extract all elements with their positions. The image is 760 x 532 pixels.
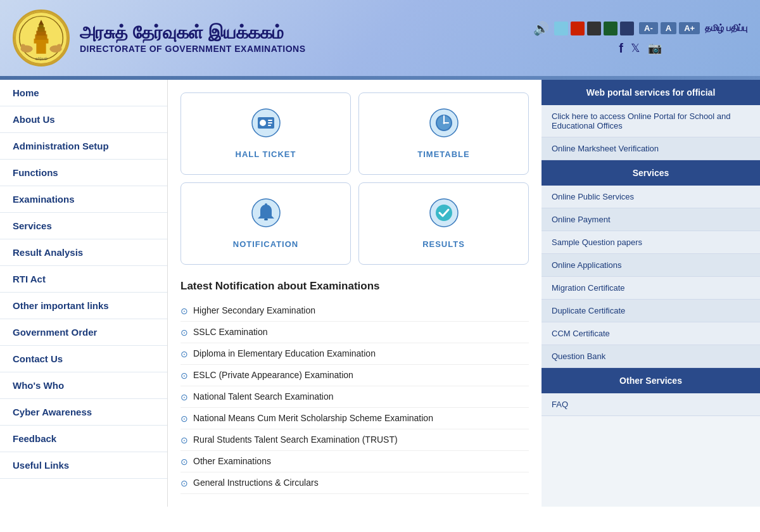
swatch-green[interactable] [604,22,618,35]
font-decrease-btn[interactable]: A- [639,22,658,34]
services-header: Services [542,160,760,186]
header-title: அரசுத் தேர்வுகள் இயக்ககம் DIRECTORATE OF… [80,23,306,54]
hall-ticket-icon [251,108,281,143]
service-link-6[interactable]: Duplicate Certificate [542,300,760,322]
sidebar-item-examinations[interactable]: Examinations [0,186,167,213]
notif-text-5: National Talent Search Examination [193,391,334,402]
service-link-8[interactable]: Question Bank [542,345,760,368]
notif-icon-7: ⊙ [180,435,188,445]
notif-text-6: National Means Cum Merit Scholarship Sch… [193,413,433,423]
page-header: தமிழ்நாடு அரசுத் தேர்வுகள் இயக்ககம் DIRE… [0,0,760,76]
service-link-7[interactable]: CCM Certificate [542,322,760,345]
notification-label: NOTIFICATION [233,239,298,249]
right-sidebar: Web portal services for official Click h… [542,80,760,507]
facebook-icon[interactable]: f [619,41,623,56]
sidebar-item-home[interactable]: Home [0,80,167,106]
timetable-label: TIMETABLE [417,149,469,159]
notif-text-7: Rural Students Talent Search Examination… [193,434,398,445]
service-link-4[interactable]: Online Applications [542,254,760,277]
quick-links-grid: HALL TICKET TIMETABLE [180,92,529,265]
notif-text-3: Diploma in Elementary Education Examinat… [193,348,376,358]
instagram-icon[interactable]: 📷 [648,41,662,56]
tamil-link[interactable]: தமிழ் பதிப்பு [705,23,747,34]
swatch-blue[interactable] [554,22,568,35]
sidebar-item-about-us[interactable]: About Us [0,106,167,133]
web-portal-link-2[interactable]: Online Marksheet Verification [542,137,760,160]
notif-item-4[interactable]: ⊙ ESLC (Private Appearance) Examination [180,365,529,386]
sidebar-item-whos-who[interactable]: Who's Who [0,372,167,399]
services-section: Services Online Public Services Online P… [542,160,760,368]
svg-rect-2 [36,42,46,54]
sidebar-item-result-analysis[interactable]: Result Analysis [0,239,167,266]
hall-ticket-label: HALL TICKET [236,149,296,159]
sidebar-item-useful-links[interactable]: Useful Links [0,452,167,479]
service-link-5[interactable]: Migration Certificate [542,277,760,300]
notif-item-6[interactable]: ⊙ National Means Cum Merit Scholarship S… [180,408,529,429]
notif-text-9: General Instructions & Circulars [193,478,319,488]
web-portal-link-1[interactable]: Click here to access Online Portal for S… [542,105,760,137]
twitter-icon[interactable]: 𝕏 [631,41,640,56]
svg-rect-16 [260,120,266,126]
other-service-link-1[interactable]: FAQ [542,393,760,416]
speaker-icon[interactable]: 🔊 [533,21,549,36]
svg-rect-27 [264,218,268,220]
other-services-section: Other Services FAQ [542,368,760,416]
notif-icon-1: ⊙ [180,306,188,316]
sidebar-item-admin-setup[interactable]: Administration Setup [0,133,167,160]
timetable-icon [429,108,459,143]
notif-text-2: SSLC Examination [193,327,268,337]
svg-rect-7 [39,24,44,28]
hall-ticket-card[interactable]: HALL TICKET [180,92,351,175]
notif-item-1[interactable]: ⊙ Higher Secondary Examination [180,300,529,322]
notif-icon-6: ⊙ [180,414,188,424]
color-swatches [554,22,634,35]
notification-card[interactable]: NOTIFICATION [180,182,351,265]
font-increase-btn[interactable]: A+ [679,22,700,34]
notification-icon [251,198,281,233]
font-controls: A- A A+ [639,22,700,34]
notif-item-9[interactable]: ⊙ General Instructions & Circulars [180,472,529,494]
swatch-navy[interactable] [620,22,634,35]
notif-item-2[interactable]: ⊙ SSLC Examination [180,322,529,343]
header-left: தமிழ்நாடு அரசுத் தேர்வுகள் இயக்ககம் DIRE… [13,10,306,66]
web-portal-section: Web portal services for official Click h… [542,80,760,160]
results-label: RESULTS [422,239,465,249]
notifications-section: Latest Notification about Examinations ⊙… [180,280,529,494]
web-portal-header: Web portal services for official [542,80,760,105]
sidebar-item-functions[interactable]: Functions [0,160,167,186]
notif-icon-9: ⊙ [180,478,188,488]
notif-item-3[interactable]: ⊙ Diploma in Elementary Education Examin… [180,343,529,365]
notif-item-5[interactable]: ⊙ National Talent Search Examination [180,386,529,408]
other-services-header: Other Services [542,368,760,393]
swatch-red[interactable] [571,22,585,35]
notif-icon-5: ⊙ [180,392,188,402]
sidebar-item-services[interactable]: Services [0,213,167,239]
results-icon [429,198,459,233]
sidebar-item-other-links[interactable]: Other important links [0,293,167,319]
sidebar-item-contact-us[interactable]: Contact Us [0,346,167,372]
sidebar: Home About Us Administration Setup Funct… [0,80,168,507]
service-link-1[interactable]: Online Public Services [542,186,760,208]
title-tamil: அரசுத் தேர்வுகள் இயக்ககம் [80,23,306,44]
sidebar-item-cyber-awareness[interactable]: Cyber Awareness [0,399,167,426]
svg-rect-18 [268,122,272,124]
sidebar-item-feedback[interactable]: Feedback [0,426,167,452]
svg-point-12 [57,44,62,49]
notif-icon-3: ⊙ [180,349,188,359]
service-link-3[interactable]: Sample Question papers [542,231,760,254]
notif-item-7[interactable]: ⊙ Rural Students Talent Search Examinati… [180,429,529,451]
notif-icon-8: ⊙ [180,457,188,467]
logo: தமிழ்நாடு [13,10,70,66]
service-link-2[interactable]: Online Payment [542,208,760,231]
notif-item-8[interactable]: ⊙ Other Examinations [180,451,529,472]
swatch-dark[interactable] [587,22,601,35]
font-normal-btn[interactable]: A [661,22,676,34]
svg-point-30 [436,205,452,221]
timetable-card[interactable]: TIMETABLE [358,92,529,175]
svg-rect-19 [268,125,271,126]
notif-icon-2: ⊙ [180,327,188,338]
sidebar-item-govt-order[interactable]: Government Order [0,319,167,346]
sidebar-item-rti-act[interactable]: RTI Act [0,266,167,293]
results-card[interactable]: RESULTS [358,182,529,265]
social-icons: f 𝕏 📷 [619,41,662,56]
